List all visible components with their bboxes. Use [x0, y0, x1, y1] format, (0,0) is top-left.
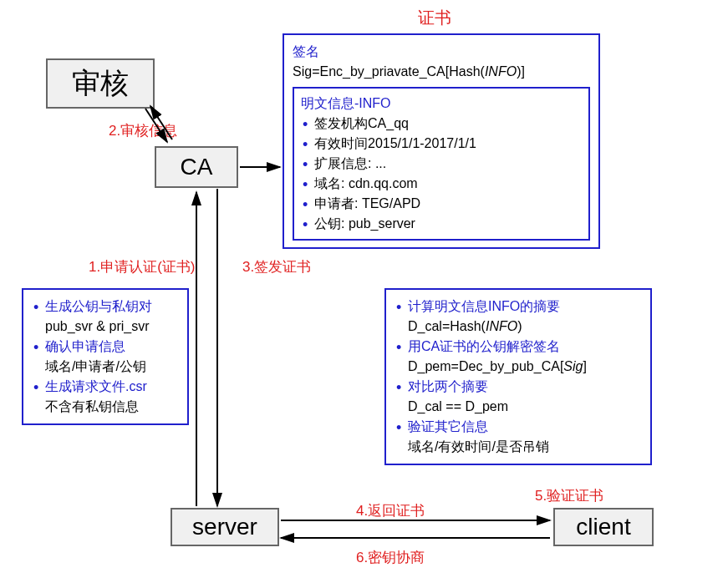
csr-item: 生成请求文件.csr 不含有私钥信息 — [32, 377, 179, 417]
step-label-3: 3.签发证书 — [242, 257, 311, 276]
signature-formula: Sig=Enc_by_priavate_CA[Hash(INFO)] — [293, 62, 590, 82]
verify-item: 用CA证书的公钥解密签名 D_pem=Dec_by_pub_CA[Sig] — [395, 337, 642, 377]
step-label-4: 4.返回证书 — [356, 501, 425, 520]
certificate-box: 签名 Sig=Enc_by_priavate_CA[Hash(INFO)] 明文… — [283, 33, 600, 249]
verify-box: 计算明文信息INFO的摘要 D_cal=Hash(INFO) 用CA证书的公钥解… — [384, 288, 652, 465]
verify-item: 验证其它信息 域名/有效时间/是否吊销 — [395, 417, 642, 457]
verify-item: 计算明文信息INFO的摘要 D_cal=Hash(INFO) — [395, 297, 642, 337]
cert-item: 扩展信息: ... — [301, 154, 582, 174]
cert-item: 公钥: pub_server — [301, 214, 582, 234]
step-label-2: 2.审核信息 — [109, 121, 177, 140]
csr-item: 生成公钥与私钥对 pub_svr & pri_svr — [32, 297, 179, 337]
node-server: server — [171, 508, 279, 546]
title-certificate: 证书 — [418, 7, 451, 29]
node-audit: 审核 — [46, 58, 155, 109]
node-client: client — [553, 508, 654, 546]
step-label-6: 6.密钥协商 — [356, 548, 425, 567]
node-ca: CA — [155, 146, 238, 188]
cert-item: 域名: cdn.qq.com — [301, 174, 582, 194]
step-label-5: 5.验证证书 — [535, 486, 603, 505]
csr-item: 确认申请信息 域名/申请者/公钥 — [32, 337, 179, 377]
cert-item: 申请者: TEG/APD — [301, 194, 582, 214]
cert-item: 有效时间2015/1/1-2017/1/1 — [301, 134, 582, 154]
info-title: 明文信息-INFO — [301, 94, 582, 114]
cert-item: 签发机构CA_qq — [301, 114, 582, 134]
info-inner-box: 明文信息-INFO 签发机构CA_qq 有效时间2015/1/1-2017/1/… — [293, 87, 590, 241]
signature-title: 签名 — [293, 42, 590, 62]
step-label-1: 1.申请认证(证书) — [89, 257, 196, 276]
csr-box: 生成公钥与私钥对 pub_svr & pri_svr 确认申请信息 域名/申请者… — [22, 288, 189, 425]
verify-item: 对比两个摘要 D_cal == D_pem — [395, 377, 642, 417]
